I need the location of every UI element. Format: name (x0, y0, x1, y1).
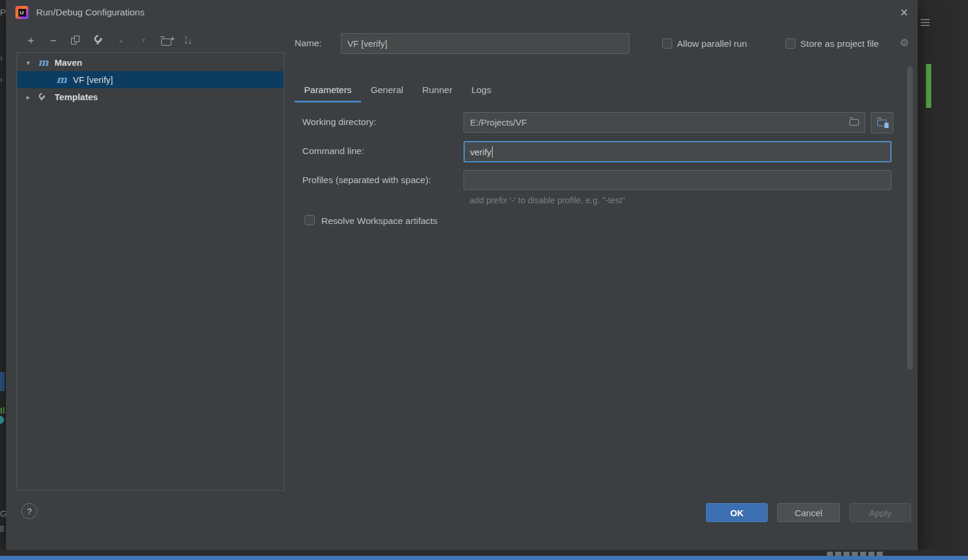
allow-parallel-run-checkbox[interactable] (662, 39, 672, 49)
sort-digit: 2 (185, 40, 187, 45)
text-caret (492, 146, 493, 158)
working-directory-input[interactable] (464, 112, 865, 133)
minus-icon: − (50, 35, 56, 46)
run-debug-configurations-dialog: IJ Run/Debug Configurations × + − ▲ ▼ + … (6, 0, 918, 550)
chevron-right-icon[interactable]: ▸ (24, 93, 32, 101)
command-line-label: Command line: (302, 146, 364, 156)
tab-general[interactable]: General (361, 79, 413, 103)
apply-button[interactable]: Apply (849, 503, 911, 522)
resolve-workspace-artifacts-checkbox[interactable] (305, 215, 315, 225)
store-as-project-file-checkbox[interactable] (785, 39, 796, 49)
background-status-bar (0, 556, 968, 560)
gear-icon[interactable]: ⚙ (900, 37, 909, 49)
sort-configurations-button[interactable]: 12 ↓ (181, 33, 196, 47)
background-fragment: Il (0, 405, 5, 415)
browse-folder-icon[interactable] (849, 119, 859, 126)
profiles-label: Profiles (separated with space): (302, 175, 431, 185)
configurations-toolbar: + − ▲ ▼ + 12 ↓ (24, 33, 196, 48)
scrollbar-thumb[interactable] (907, 66, 913, 370)
question-icon: ? (27, 506, 31, 516)
help-button[interactable]: ? (21, 503, 37, 519)
tab-parameters[interactable]: Parameters (295, 79, 361, 103)
screen: P › › Il G ll IJ Run/Debug Configuration… (0, 0, 968, 560)
configurations-tree: ▾ m Maven m VF [verify] ▸ Templates (17, 52, 285, 491)
store-as-project-file-label: Store as project file (800, 39, 879, 49)
profiles-hint: add prefix '-' to disable profile, e.g. … (469, 196, 625, 205)
chevron-down-icon[interactable]: ▾ (24, 59, 32, 67)
tree-item-maven[interactable]: ▾ m Maven (17, 54, 284, 71)
move-up-button[interactable]: ▲ (114, 33, 128, 47)
profiles-input[interactable] (464, 170, 892, 190)
background-text-fragment (921, 19, 929, 27)
tab-logs[interactable]: Logs (462, 79, 501, 103)
tree-item-label: Maven (55, 57, 82, 68)
dialog-titlebar[interactable]: IJ Run/Debug Configurations × (6, 0, 918, 25)
tree-item-templates[interactable]: ▸ Templates (17, 88, 284, 105)
background-fragment: › (0, 53, 3, 63)
background-fragment: P (0, 7, 6, 17)
background-bottom-strip (0, 550, 968, 560)
maven-icon: m (38, 57, 49, 68)
copy-icon (71, 36, 81, 46)
working-directory-field (464, 112, 865, 133)
background-green-stripe (926, 64, 931, 108)
move-down-button[interactable]: ▼ (136, 33, 151, 47)
ok-button[interactable]: OK (706, 503, 768, 522)
sort-arrow: ↓ (188, 35, 193, 46)
tree-item-vf-verify[interactable]: m VF [verify] (17, 71, 284, 88)
command-line-input[interactable]: verify (464, 141, 892, 162)
project-folder-icon (877, 120, 887, 126)
new-folder-icon: + (161, 39, 171, 46)
tree-item-label: Templates (55, 92, 98, 102)
plus-icon: + (171, 33, 174, 44)
allow-parallel-run-label: Allow parallel run (677, 39, 747, 49)
arrow-down-icon: ▼ (140, 35, 147, 46)
maven-icon: m (56, 75, 67, 85)
background-fragment: › (0, 75, 3, 84)
tab-runner[interactable]: Runner (413, 79, 462, 103)
name-label: Name: (295, 38, 322, 49)
choose-from-project-button[interactable] (871, 112, 893, 133)
background-fragment: ll (0, 524, 4, 534)
app-icon-letters: IJ (18, 9, 26, 17)
dialog-title: Run/Debug Configurations (36, 7, 145, 18)
edit-templates-button[interactable] (91, 33, 106, 47)
cancel-button[interactable]: Cancel (777, 503, 840, 522)
tree-item-label: VF [verify] (73, 75, 113, 85)
create-folder-button[interactable]: + (159, 33, 173, 47)
background-fragment (0, 372, 5, 391)
vertical-scrollbar[interactable] (907, 65, 913, 539)
name-input[interactable] (341, 33, 630, 54)
command-line-value: verify (470, 147, 491, 157)
configuration-tabs: Parameters General Runner Logs (295, 79, 501, 103)
background-fragment (0, 416, 4, 424)
copy-configuration-button[interactable] (69, 33, 83, 47)
resolve-workspace-artifacts-label: Resolve Workspace artifacts (321, 216, 437, 226)
add-configuration-button[interactable]: + (24, 33, 38, 47)
plus-icon: + (27, 35, 34, 46)
remove-configuration-button[interactable]: − (46, 33, 60, 47)
wrench-icon (93, 35, 104, 46)
arrow-up-icon: ▲ (118, 35, 124, 46)
working-directory-label: Working directory: (302, 117, 376, 127)
sort-icon: 12 ↓ (185, 35, 193, 46)
templates-wrench-icon (38, 92, 46, 101)
close-icon[interactable]: × (900, 6, 908, 20)
intellij-app-icon: IJ (15, 6, 28, 19)
